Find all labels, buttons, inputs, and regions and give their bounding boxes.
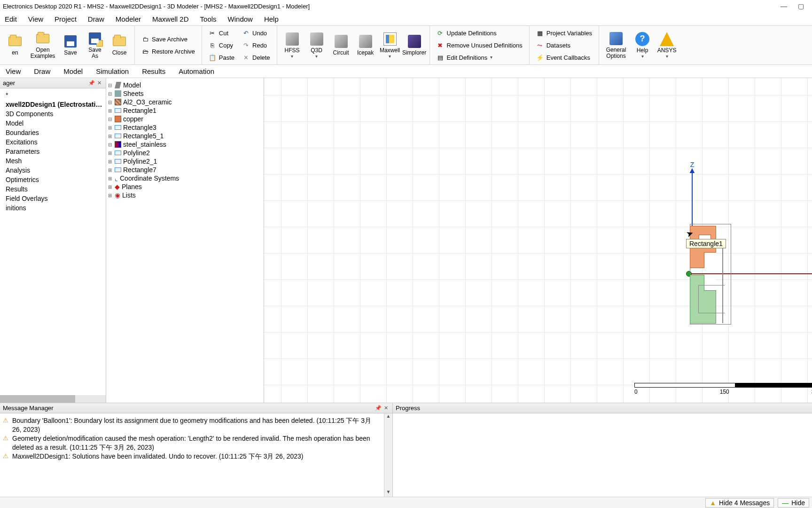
tree-item[interactable]: initions (1, 203, 105, 213)
save-as-button[interactable]: Save As (83, 26, 107, 64)
menu-edit[interactable]: Edit (5, 15, 17, 23)
close-button[interactable]: Close (107, 26, 132, 64)
tree-item[interactable]: Mesh (1, 156, 105, 166)
tree-node-shape[interactable]: ⊞Polyline2 (107, 149, 263, 157)
tree-node-material[interactable]: ⊟Al2_O3_ceramic (107, 98, 263, 106)
collapse-icon[interactable]: ⊟ (107, 100, 113, 105)
hfss-button[interactable]: HFSS▾ (280, 26, 304, 64)
copy-button[interactable]: ⎘Copy (207, 40, 236, 51)
message-item[interactable]: Maxwell2DDesign1: Solutions have been in… (12, 452, 379, 461)
update-definitions-button[interactable]: ⟳Update Definitions (435, 27, 524, 39)
close-icon[interactable]: ✕ (95, 80, 103, 86)
save-button[interactable]: Save (58, 26, 83, 64)
project-tree[interactable]: * xwell2DDesign1 (Electrostatic, abo 3D … (0, 88, 106, 395)
tree-item[interactable]: Boundaries (1, 128, 105, 137)
menu-help[interactable]: Help (264, 15, 279, 23)
tree-item[interactable]: Model (1, 119, 105, 128)
icepak-button[interactable]: Icepak (353, 26, 378, 64)
q3d-button[interactable]: Q3D▾ (304, 26, 329, 64)
tab-model[interactable]: Model (63, 67, 83, 75)
model-tree-panel[interactable]: ⊟Model ⊟Sheets ⊟Al2_O3_ceramic ⊞Rectangl… (106, 78, 264, 403)
collapse-icon[interactable]: ⊟ (107, 117, 113, 122)
tree-node-shape[interactable]: ⊞Rectangle3 (107, 123, 263, 132)
maxwell-button[interactable]: Maxwell▾ (378, 26, 402, 64)
tree-node-material[interactable]: ⊟copper (107, 115, 263, 123)
tree-item[interactable]: * (1, 90, 105, 100)
tab-simulation[interactable]: Simulation (96, 67, 129, 75)
help-button[interactable]: ?Help▾ (630, 26, 655, 64)
tree-item[interactable]: Analysis (1, 166, 105, 175)
expand-icon[interactable]: ⊞ (107, 134, 113, 139)
menu-modeler[interactable]: Modeler (116, 15, 141, 23)
collapse-icon[interactable]: ⊟ (107, 91, 113, 96)
expand-icon[interactable]: ⊞ (107, 184, 113, 190)
paste-button[interactable]: 📋Paste (207, 52, 236, 63)
tree-node-shape[interactable]: ⊞Rectangle7 (107, 166, 263, 174)
menu-tools[interactable]: Tools (200, 15, 217, 23)
menu-window[interactable]: Window (228, 15, 253, 23)
tree-node-shape[interactable]: ⊞Rectangle5_1 (107, 132, 263, 140)
restore-archive-button[interactable]: 🗁Restore Archive (140, 46, 197, 57)
expand-icon[interactable]: ⊞ (107, 167, 113, 173)
pin-icon[interactable]: 📌 (88, 80, 95, 86)
shape-polylines[interactable] (698, 285, 725, 313)
tree-node-planes[interactable]: ⊞◆Planes (107, 183, 263, 191)
menu-maxwell2d[interactable]: Maxwell 2D (152, 15, 189, 23)
tree-item[interactable]: Excitations (1, 137, 105, 147)
expand-icon[interactable]: ⊞ (107, 159, 113, 164)
circuit-button[interactable]: Circuit (329, 26, 353, 64)
remove-unused-button[interactable]: ✖Remove Unused Definitions (435, 40, 524, 51)
modeler-canvas[interactable]: Z ▲ ➤ Rectangle1 0 150 300 (mm) (264, 78, 812, 403)
event-callbacks-button[interactable]: ⚡Event Callbacks (534, 52, 594, 63)
tab-draw[interactable]: Draw (34, 67, 50, 75)
collapse-icon[interactable]: ⊟ (107, 142, 113, 147)
tab-view[interactable]: View (6, 67, 21, 75)
hide-messages-button[interactable]: ▲Hide 4 Messages (705, 498, 774, 508)
tree-item[interactable]: Results (1, 184, 105, 194)
expand-icon[interactable]: ⊞ (107, 125, 113, 130)
project-variables-button[interactable]: ▦Project Variables (534, 27, 594, 39)
expand-icon[interactable]: ⊞ (107, 176, 113, 181)
message-item[interactable]: Boundary 'Balloon1': Boundary lost its a… (12, 416, 379, 434)
pin-icon[interactable]: 📌 (375, 405, 382, 411)
open-examples-button[interactable]: Open Examples (27, 26, 58, 64)
close-icon[interactable]: ✕ (382, 405, 390, 411)
tab-results[interactable]: Results (142, 67, 165, 75)
maximize-button[interactable]: ▢ (792, 2, 809, 10)
tree-node-material[interactable]: ⊟steel_stainless (107, 140, 263, 149)
open-button[interactable]: en (3, 26, 27, 64)
tree-item[interactable]: Parameters (1, 147, 105, 156)
collapse-icon[interactable]: ⊟ (107, 83, 113, 88)
expand-icon[interactable]: ⊞ (107, 151, 113, 156)
menu-draw[interactable]: Draw (88, 15, 104, 23)
datasets-button[interactable]: ⤳Datasets (534, 40, 594, 51)
tree-item-design[interactable]: xwell2DDesign1 (Electrostatic, abo (1, 100, 105, 109)
edit-definitions-button[interactable]: ▤Edit Definitions ▾ (435, 52, 524, 63)
tree-item[interactable]: Optimetrics (1, 175, 105, 184)
general-options-button[interactable]: General Options (602, 26, 630, 64)
save-archive-button[interactable]: 🗀Save Archive (140, 33, 197, 45)
minimize-button[interactable]: — (775, 2, 792, 10)
expand-icon[interactable]: ⊞ (107, 108, 113, 113)
hide-button[interactable]: —Hide (778, 498, 809, 508)
vertical-scrollbar[interactable]: ▲▼ (384, 413, 392, 497)
tree-item[interactable]: 3D Components (1, 109, 105, 119)
tree-node-lists[interactable]: ⊞◉Lists (107, 191, 263, 199)
cut-button[interactable]: ✂Cut (207, 27, 236, 39)
redo-button[interactable]: ↷Redo (240, 40, 272, 51)
menu-view[interactable]: View (28, 15, 43, 23)
tree-node-coord[interactable]: ⊞⌞Coordinate Systems (107, 174, 263, 183)
tree-node-model[interactable]: ⊟Model (107, 81, 263, 89)
message-list[interactable]: Boundary 'Balloon1': Boundary lost its a… (0, 413, 384, 497)
expand-icon[interactable]: ⊞ (107, 193, 113, 198)
simplorer-button[interactable]: Simplorer (402, 26, 427, 64)
tab-automation[interactable]: Automation (179, 67, 214, 75)
tree-node-shape[interactable]: ⊞Polyline2_1 (107, 157, 263, 166)
ansys-button[interactable]: ANSYS▾ (655, 26, 679, 64)
delete-button[interactable]: ✕Delete (240, 52, 272, 63)
menu-project[interactable]: Project (55, 15, 77, 23)
undo-button[interactable]: ↶Undo (240, 27, 272, 39)
message-item[interactable]: Geometry deletion/modification caused th… (12, 434, 379, 452)
tree-node-sheets[interactable]: ⊟Sheets (107, 89, 263, 98)
tree-item[interactable]: Field Overlays (1, 194, 105, 203)
